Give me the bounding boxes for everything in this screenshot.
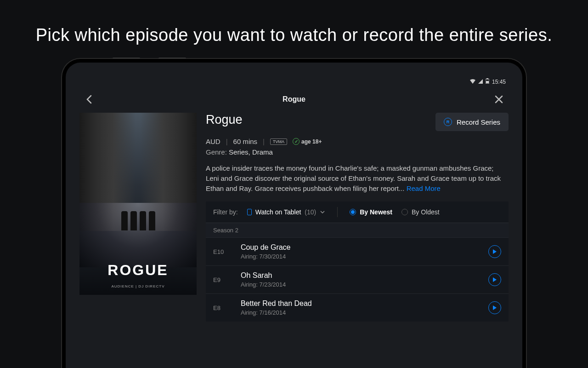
svg-rect-2 (486, 81, 489, 83)
poster-title: ROGUE (79, 262, 197, 279)
poster-credit: AUDIENCE | DJ DIRECTV (79, 284, 197, 288)
record-icon: R (444, 118, 452, 126)
duration: 60 mins (233, 138, 258, 145)
series-title: Rogue (206, 113, 243, 127)
radio-icon (350, 209, 356, 215)
chevron-down-icon (320, 210, 325, 214)
episode-title: Better Red than Dead (241, 299, 479, 308)
episode-row[interactable]: E9 Oh Sarah Airing: 7/23/2014 (206, 265, 509, 293)
play-button[interactable] (488, 273, 501, 286)
episode-number: E10 (213, 248, 232, 255)
episode-panel: Filter by: Watch on Tablet (10) By Newes… (206, 201, 509, 322)
episode-row[interactable]: E8 Better Red than Dead Airing: 7/16/201… (206, 293, 509, 322)
episode-airing: Airing: 7/30/2014 (241, 253, 479, 260)
episode-row[interactable]: E10 Coup de Grace Airing: 7/30/2014 (206, 237, 509, 265)
episode-airing: Airing: 7/23/2014 (241, 281, 479, 288)
signal-icon (478, 79, 483, 85)
promo-headline: Pick which episode you want to watch or … (0, 0, 588, 59)
sort-by-oldest[interactable]: By Oldest (401, 208, 440, 216)
record-label: Record Series (457, 118, 500, 126)
back-button[interactable] (82, 92, 96, 106)
rating-badge: TVMA (270, 138, 287, 145)
filter-source-dropdown[interactable]: Watch on Tablet (10) (247, 208, 326, 216)
series-description: A police insider traces the money found … (206, 163, 509, 193)
svg-rect-1 (486, 78, 488, 79)
battery-icon (486, 78, 489, 85)
network: AUD (206, 138, 220, 145)
episode-title: Oh Sarah (241, 271, 479, 280)
sort-by-newest[interactable]: By Newest (350, 208, 392, 216)
episode-title: Coup de Grace (241, 243, 479, 252)
episode-number: E9 (213, 276, 232, 283)
tablet-icon (247, 209, 252, 215)
page-title: Rogue (283, 95, 305, 104)
wifi-icon (470, 79, 475, 85)
age-badge: ✓ age 18+ (293, 138, 322, 145)
app-header: Rogue (79, 89, 509, 113)
season-header: Season 2 (206, 223, 509, 237)
check-icon: ✓ (293, 138, 300, 145)
play-button[interactable] (488, 301, 501, 314)
play-button[interactable] (488, 245, 501, 258)
radio-icon (401, 209, 408, 215)
record-series-button[interactable]: R Record Series (435, 113, 509, 131)
close-button[interactable] (492, 92, 506, 106)
genre-row: Genre: Series, Drama (206, 148, 509, 156)
status-time: 15:45 (492, 79, 506, 85)
filter-label: Filter by: (213, 208, 238, 216)
meta-row: AUD | 60 mins | TVMA ✓ age 18+ (206, 138, 509, 145)
series-poster[interactable]: ROGUE AUDIENCE | DJ DIRECTV (79, 113, 197, 295)
episode-number: E8 (213, 305, 232, 311)
tablet-mockup: 15:45 Rogue ROGUE AUDIENCE | DJ DIRECTV (62, 59, 526, 368)
status-bar: 15:45 (79, 76, 509, 89)
read-more-link[interactable]: Read More (407, 184, 441, 192)
episode-airing: Airing: 7/16/2014 (241, 309, 479, 316)
